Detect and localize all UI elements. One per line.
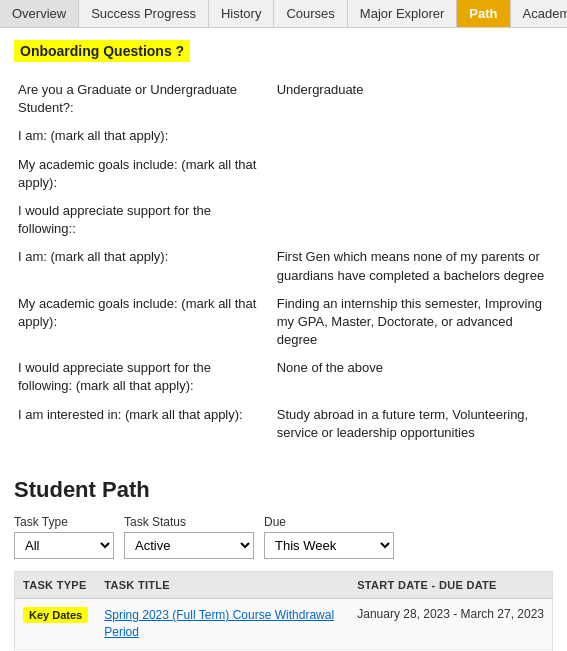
answer-5: Finding an internship this semester, Imp…: [273, 290, 553, 355]
tab-courses[interactable]: Courses: [274, 0, 347, 27]
task-table: TASK TYPE TASK TITLE START DATE - DUE DA…: [14, 571, 553, 651]
answer-7: Study abroad in a future term, Volunteer…: [273, 401, 553, 447]
tab-academic-plan[interactable]: Academic Plan: [511, 0, 567, 27]
due-filter-group: Due This Week: [264, 515, 394, 559]
due-label: Due: [264, 515, 394, 529]
question-5: My academic goals include: (mark all tha…: [14, 290, 273, 355]
task-type-badge-0: Key Dates: [23, 607, 88, 623]
task-date-cell-0: January 28, 2023 - March 27, 2023: [349, 599, 552, 650]
task-type-filter-group: Task Type All: [14, 515, 114, 559]
onboarding-section-title: Onboarding Questions ?: [14, 40, 190, 62]
task-date-range-0: January 28, 2023 - March 27, 2023: [357, 607, 544, 621]
task-title-cell-0: Spring 2023 (Full Term) Course Withdrawa…: [96, 599, 349, 650]
question-3: I would appreciate support for the follo…: [14, 197, 273, 243]
answer-3: [273, 197, 553, 243]
qa-row-6: I would appreciate support for the follo…: [14, 354, 553, 400]
qa-row-0: Are you a Graduate or Undergraduate Stud…: [14, 76, 553, 122]
question-1: I am: (mark all that apply):: [14, 122, 273, 150]
main-content: Onboarding Questions ? Are you a Graduat…: [0, 28, 567, 651]
qa-row-7: I am interested in: (mark all that apply…: [14, 401, 553, 447]
tab-success-progress[interactable]: Success Progress: [79, 0, 209, 27]
task-row-0: Key Dates Spring 2023 (Full Term) Course…: [15, 599, 553, 650]
onboarding-table: Are you a Graduate or Undergraduate Stud…: [14, 76, 553, 447]
question-7: I am interested in: (mark all that apply…: [14, 401, 273, 447]
col-start-due-date: START DATE - DUE DATE: [349, 572, 552, 599]
task-type-select[interactable]: All: [14, 532, 114, 559]
question-4: I am: (mark all that apply):: [14, 243, 273, 289]
nav-tabs: Overview Success Progress History Course…: [0, 0, 567, 28]
answer-6: None of the above: [273, 354, 553, 400]
answer-0: Undergraduate: [273, 76, 553, 122]
col-task-type: TASK TYPE: [15, 572, 97, 599]
qa-row-3: I would appreciate support for the follo…: [14, 197, 553, 243]
task-link-0[interactable]: Spring 2023 (Full Term) Course Withdrawa…: [104, 608, 334, 639]
answer-1: [273, 122, 553, 150]
tab-history[interactable]: History: [209, 0, 274, 27]
tab-overview[interactable]: Overview: [0, 0, 79, 27]
qa-row-1: I am: (mark all that apply):: [14, 122, 553, 150]
qa-row-4: I am: (mark all that apply): First Gen w…: [14, 243, 553, 289]
task-type-label: Task Type: [14, 515, 114, 529]
student-path-title: Student Path: [14, 477, 553, 503]
task-status-label: Task Status: [124, 515, 254, 529]
filters-row: Task Type All Task Status Active Due Thi…: [14, 515, 553, 559]
qa-row-2: My academic goals include: (mark all tha…: [14, 151, 553, 197]
question-2: My academic goals include: (mark all tha…: [14, 151, 273, 197]
tab-path[interactable]: Path: [457, 0, 510, 27]
qa-row-5: My academic goals include: (mark all tha…: [14, 290, 553, 355]
answer-2: [273, 151, 553, 197]
due-select[interactable]: This Week: [264, 532, 394, 559]
task-status-select[interactable]: Active: [124, 532, 254, 559]
question-6: I would appreciate support for the follo…: [14, 354, 273, 400]
answer-4: First Gen which means none of my parents…: [273, 243, 553, 289]
question-0: Are you a Graduate or Undergraduate Stud…: [14, 76, 273, 122]
task-status-filter-group: Task Status Active: [124, 515, 254, 559]
col-task-title: TASK TITLE: [96, 572, 349, 599]
tab-major-explorer[interactable]: Major Explorer: [348, 0, 458, 27]
task-type-cell-0: Key Dates: [15, 599, 97, 650]
